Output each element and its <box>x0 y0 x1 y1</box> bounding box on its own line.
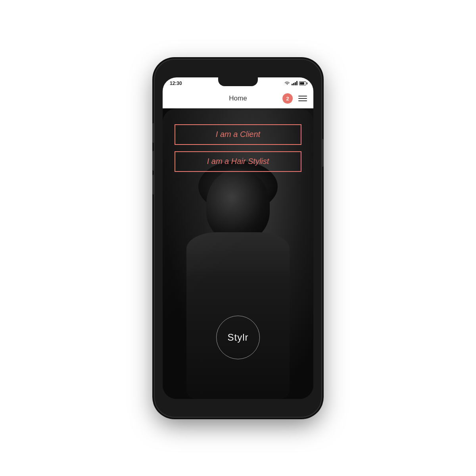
logo-container: Stylr <box>216 316 260 359</box>
client-button-label: I am a Client <box>216 130 260 139</box>
header-title: Home <box>229 94 247 102</box>
hamburger-menu-icon[interactable] <box>298 96 307 101</box>
app-header: Home 2 <box>163 89 313 108</box>
stylist-button-label: I am a Hair Stylist <box>207 157 269 166</box>
status-time: 12:30 <box>170 81 182 86</box>
menu-line-2 <box>298 98 307 99</box>
notification-badge[interactable]: 2 <box>282 93 293 104</box>
battery-fill <box>300 82 304 85</box>
app-content: I am a Client I am a Hair Stylist Stylr <box>163 108 313 399</box>
badge-count: 2 <box>286 96 289 102</box>
client-button[interactable]: I am a Client <box>175 124 301 145</box>
menu-line-3 <box>298 100 307 101</box>
status-bar: 12:30 <box>163 77 313 89</box>
stylist-button[interactable]: I am a Hair Stylist <box>175 151 301 172</box>
logo-circle: Stylr <box>216 316 260 359</box>
phone-screen: 12:30 <box>163 77 313 399</box>
logo-text: Stylr <box>228 332 249 343</box>
status-icons <box>284 81 306 85</box>
menu-line-1 <box>298 96 307 96</box>
wifi-icon <box>284 81 290 85</box>
phone-device: 12:30 <box>155 60 321 417</box>
signal-icon <box>292 81 298 85</box>
battery-icon <box>299 81 306 85</box>
